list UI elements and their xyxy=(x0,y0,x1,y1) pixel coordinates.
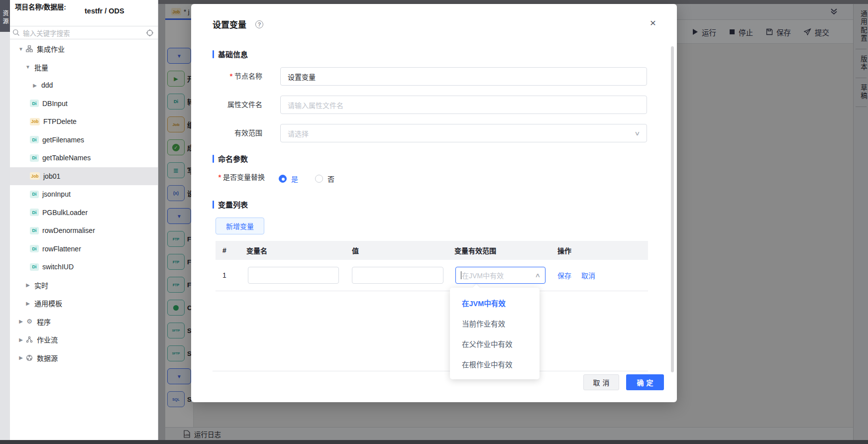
caret-right-icon[interactable]: ▶ xyxy=(18,337,24,342)
modal-title: 设置变量 xyxy=(213,18,246,30)
dropdown-option[interactable]: 在父作业中有效 xyxy=(450,333,540,354)
text-cursor xyxy=(461,271,461,279)
caret-down-icon[interactable]: ▼ xyxy=(18,46,24,52)
tree-item-getTableNames[interactable]: DigetTableNames xyxy=(10,149,158,167)
tree-item-DBInput[interactable]: DiDBInput xyxy=(10,95,158,113)
di-type-badge: Di xyxy=(30,263,39,271)
row-cancel-link[interactable]: 取消 xyxy=(581,270,595,280)
tree-item-rowDenormaliser[interactable]: DirowDenormaliser xyxy=(10,222,158,240)
tree-item-label: 实时 xyxy=(34,280,48,290)
section-accent-bar xyxy=(213,155,214,163)
section-accent-bar xyxy=(213,50,214,58)
scope-placeholder: 请选择 xyxy=(288,128,309,138)
scope-select[interactable]: 请选择 ∨ xyxy=(280,124,647,142)
section-basic-info: 基础信息 xyxy=(213,49,248,59)
add-variable-button[interactable]: 新增变量 xyxy=(216,218,264,234)
di-type-badge: Di xyxy=(30,227,39,234)
tree-item-通用模板[interactable]: ▶通用模板 xyxy=(10,294,158,313)
table-header-2: 变量名 xyxy=(231,245,343,255)
job-type-badge: Job xyxy=(30,118,40,125)
project-layer-value: testfr / ODS xyxy=(85,7,124,15)
project-layer-label: 项目名称/数据层: xyxy=(15,3,77,12)
node-name-input[interactable]: 设置变量 xyxy=(280,67,647,86)
tree-item-集成作业[interactable]: ▼集成作业 xyxy=(10,40,158,58)
row-save-link[interactable]: 保存 xyxy=(557,270,571,280)
sidebar-search[interactable]: 输入关键字搜索 xyxy=(10,26,158,39)
sidebar: 项目名称/数据层: testfr / ODS 输入关键字搜索 ▼集成作业▼批量▶… xyxy=(10,0,158,440)
dropdown-option[interactable]: 在JVM中有效 xyxy=(450,293,540,313)
caret-right-icon[interactable]: ▶ xyxy=(18,319,24,324)
chevron-down-icon: ∨ xyxy=(634,130,640,137)
caret-right-icon[interactable]: ▶ xyxy=(32,83,38,88)
radio-no[interactable] xyxy=(315,175,323,183)
table-header-4: 变量有效范围 xyxy=(448,245,550,255)
modal-scrollbar-thumb[interactable] xyxy=(671,46,674,372)
tree-item-FTPDelete[interactable]: JobFTPDelete xyxy=(10,112,158,131)
help-icon[interactable]: ? xyxy=(255,20,263,28)
app-root: Job * j 运行停止保存提交 ▼▶开Di转Job组✓成≣写(x)设▼FTPF… xyxy=(0,0,868,444)
chevron-up-icon: ∧ xyxy=(535,272,541,279)
caret-right-icon[interactable]: ▶ xyxy=(18,355,24,360)
section-variables-title: 变量列表 xyxy=(218,199,248,210)
caret-down-icon[interactable]: ▼ xyxy=(25,64,31,70)
di-type-badge: Di xyxy=(30,245,39,252)
caret-right-icon[interactable]: ▶ xyxy=(25,282,31,288)
close-icon[interactable]: × xyxy=(646,16,660,30)
resources-tab[interactable]: 资源 xyxy=(0,0,10,32)
tree-item-label: 集成作业 xyxy=(37,44,65,54)
activity-rail: 资源 xyxy=(0,0,10,440)
set-variable-modal: 设置变量 ? × 基础信息 节点名称 设置变量 属性文件名 请输入属性文件名 有… xyxy=(191,4,677,402)
section-naming-title: 命名参数 xyxy=(218,153,248,164)
section-accent-bar xyxy=(213,201,214,209)
section-variable-list: 变量列表 xyxy=(213,199,248,210)
tree-item-label: PGBulkLoader xyxy=(42,209,88,217)
scope-dropdown: 在JVM中有效当前作业有效在父作业中有效在根作业中有效 xyxy=(450,288,540,379)
tree-item-job01[interactable]: Jobjob01 xyxy=(10,167,158,186)
node-name-label: 节点名称 xyxy=(197,67,262,86)
locate-node-icon[interactable] xyxy=(146,29,154,37)
tree-item-label: switchIUD xyxy=(42,263,74,271)
datasource-icon xyxy=(25,354,33,362)
variable-table: #变量名值变量有效范围操作 1 在JVM中有效 ∧ 保存 取消 xyxy=(216,241,648,291)
prop-file-input[interactable]: 请输入属性文件名 xyxy=(280,96,647,114)
tree-item-label: getFilenames xyxy=(42,136,84,144)
variable-name-input[interactable] xyxy=(248,267,339,284)
tree-item-jsonInput[interactable]: DijsonInput xyxy=(10,185,158,204)
tree-item-程序[interactable]: ▶⚙程序 xyxy=(10,313,158,331)
tree-item-label: 数据源 xyxy=(37,353,58,363)
search-icon xyxy=(12,29,20,36)
modal-ok-button[interactable]: 确定 xyxy=(626,374,664,390)
tree-item-PGBulkLoader[interactable]: DiPGBulkLoader xyxy=(10,204,158,222)
tree-item-getFilenames[interactable]: DigetFilenames xyxy=(10,131,158,149)
caret-right-icon[interactable]: ▶ xyxy=(25,301,31,306)
variable-value-input[interactable] xyxy=(352,267,443,284)
row-index: 1 xyxy=(216,271,231,279)
footer-divider xyxy=(213,371,648,371)
variable-scope-select[interactable]: 在JVM中有效 ∧ xyxy=(455,267,545,284)
sidebar-header: 项目名称/数据层: testfr / ODS xyxy=(10,0,158,26)
tree-item-label: rowDenormaliser xyxy=(42,226,95,234)
section-naming-params: 命名参数 xyxy=(213,153,248,164)
modal-cancel-button[interactable]: 取消 xyxy=(583,374,619,390)
tree-item-数据源[interactable]: ▶数据源 xyxy=(10,349,158,367)
tree-item-ddd[interactable]: ▶ddd xyxy=(10,76,158,95)
tree-item-label: jsonInput xyxy=(42,190,71,198)
tree-item-rowFlattener[interactable]: DirowFlattener xyxy=(10,240,158,258)
di-type-badge: Di xyxy=(30,191,39,198)
gear-icon: ⚙ xyxy=(25,318,33,326)
tree-item-label: FTPDelete xyxy=(43,117,77,125)
table-header-5: 操作 xyxy=(550,245,648,255)
row-scope-placeholder: 在JVM中有效 xyxy=(462,270,504,280)
tree-item-label: 批量 xyxy=(34,62,48,72)
tree-item-批量[interactable]: ▼批量 xyxy=(10,58,158,77)
radio-yes[interactable] xyxy=(279,175,287,183)
dropdown-option[interactable]: 在根作业中有效 xyxy=(450,354,540,374)
tree-item-switchIUD[interactable]: DiswitchIUD xyxy=(10,258,158,276)
tree-item-作业流[interactable]: ▶作业流 xyxy=(10,331,158,349)
resource-tree: ▼集成作业▼批量▶dddDiDBInputJobFTPDeleteDigetFi… xyxy=(10,40,158,367)
tree-item-实时[interactable]: ▶实时 xyxy=(10,276,158,295)
dropdown-option[interactable]: 当前作业有效 xyxy=(450,313,540,333)
tree-item-label: 通用模板 xyxy=(34,298,62,308)
tree-item-label: getTableNames xyxy=(42,154,91,162)
tree-item-label: 作业流 xyxy=(37,334,58,344)
